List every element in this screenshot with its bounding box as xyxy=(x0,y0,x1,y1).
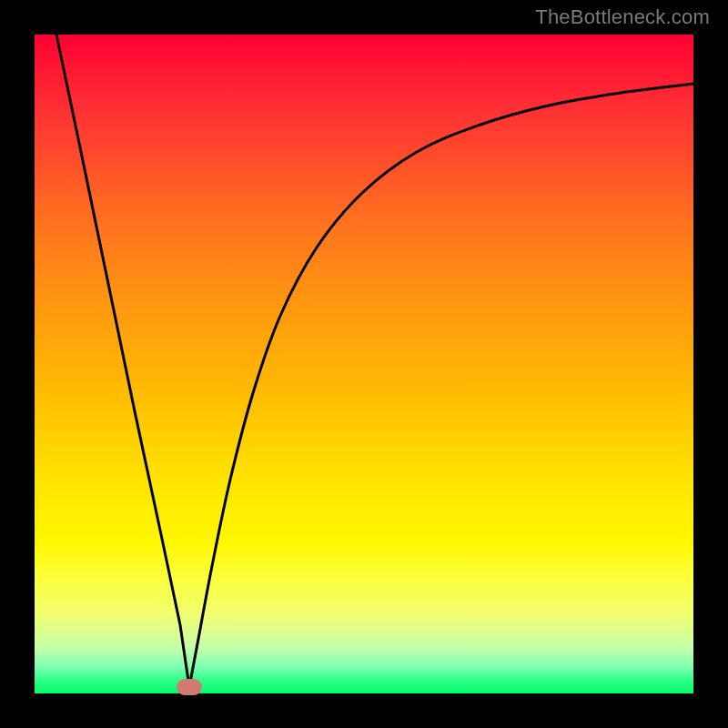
bottleneck-curve xyxy=(35,35,693,693)
curve-right-branch xyxy=(189,84,693,687)
gradient-plot-area xyxy=(35,35,693,693)
watermark-text: TheBottleneck.com xyxy=(535,5,710,29)
curve-left-branch xyxy=(56,35,189,687)
optimal-point-marker xyxy=(177,679,202,695)
